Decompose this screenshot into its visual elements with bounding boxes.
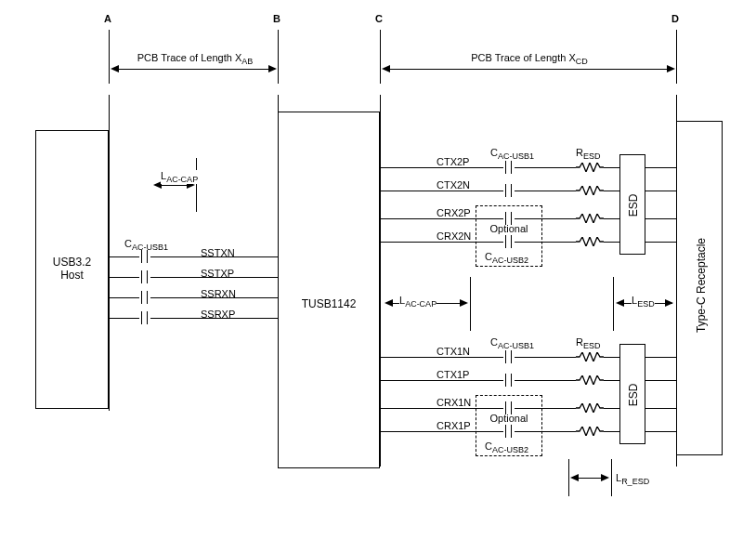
lresd-label: LR_ESD <box>616 472 649 486</box>
laccap-left-tick <box>196 158 197 212</box>
signal-ssrxp: SSRXP <box>201 309 235 320</box>
arrow-icon <box>268 65 277 72</box>
signal-ctx2p: CTX2P <box>437 156 469 167</box>
signal-crx2n: CRX2N <box>437 230 471 242</box>
lresd-tick1 <box>568 459 569 496</box>
lresd-tick2 <box>611 459 612 496</box>
ref-b-label: B <box>273 13 280 24</box>
cac-usb1-bot-label: CAC-USB1 <box>490 336 534 350</box>
ref-c-lower <box>380 95 381 467</box>
signal-crx1p: CRX1P <box>437 420 471 431</box>
signal-ssrxn: SSRXN <box>201 288 236 299</box>
resistor-icon <box>576 237 604 246</box>
arrow-icon <box>665 299 673 307</box>
ref-c <box>380 30 381 84</box>
lesd-tick <box>613 277 614 331</box>
cac-usb1-left-label: CAC-USB1 <box>124 238 168 252</box>
signal-crx1n: CRX1N <box>437 397 471 408</box>
arrow-icon <box>601 474 609 481</box>
laccap-right-label: LAC-CAP <box>399 295 437 309</box>
trace-cd-label: PCB Trace of Length XCD <box>460 52 599 66</box>
arrow-icon <box>667 65 675 72</box>
cac-usb2-top-label: CAC-USB2 <box>485 251 528 265</box>
resistor-icon <box>576 427 604 436</box>
laccap-right-tick <box>470 277 471 331</box>
tusb-label: TUSB1142 <box>278 297 380 310</box>
ref-a-lower <box>109 95 110 411</box>
arrow-icon <box>460 299 468 307</box>
resistor-icon <box>576 214 604 223</box>
receptacle-label: Type-C Receptacle <box>695 234 708 336</box>
optional-bot-label: Optional <box>476 413 542 424</box>
ref-b <box>278 30 279 84</box>
signal-crx2p: CRX2P <box>437 207 471 218</box>
resistor-icon <box>576 163 604 172</box>
host-label: USB3.2 Host <box>35 256 109 282</box>
lesd-label: LESD <box>632 295 655 309</box>
trace-ab-line <box>112 69 275 70</box>
resistor-icon <box>576 186 604 195</box>
resistor-icon <box>576 352 604 362</box>
ref-c-label: C <box>375 13 383 24</box>
ref-d <box>676 30 677 84</box>
cac-usb2-bot-label: CAC-USB2 <box>485 440 528 454</box>
trace-ab-label: PCB Trace of Length XAB <box>125 52 265 66</box>
signal-ctx1p: CTX1P <box>437 369 469 380</box>
arrow-icon <box>385 299 393 307</box>
signal-ctx1n: CTX1N <box>437 346 470 357</box>
signal-sstxp: SSTXP <box>201 268 234 279</box>
trace-cd-line <box>384 69 673 70</box>
arrow-icon <box>111 65 119 72</box>
optional-top-label: Optional <box>476 223 542 234</box>
ref-d-label: D <box>671 13 679 24</box>
cac-usb1-top-label: CAC-USB1 <box>490 147 534 161</box>
esd-top-label: ESD <box>627 189 640 222</box>
arrow-icon <box>382 65 390 72</box>
resistor-icon <box>576 403 604 413</box>
resd-bot-label: RESD <box>576 336 600 350</box>
esd-bot-label: ESD <box>627 378 640 412</box>
arrow-icon <box>616 299 624 307</box>
resistor-icon <box>576 375 604 385</box>
ref-a <box>109 30 110 84</box>
signal-ctx2n: CTX2N <box>437 179 470 191</box>
block-tusb1142 <box>278 112 380 468</box>
arrow-icon <box>570 474 579 481</box>
laccap-left-label: LAC-CAP <box>161 170 198 184</box>
ref-a-label: A <box>104 13 111 24</box>
signal-sstxn: SSTXN <box>201 247 235 258</box>
resd-top-label: RESD <box>576 147 600 161</box>
